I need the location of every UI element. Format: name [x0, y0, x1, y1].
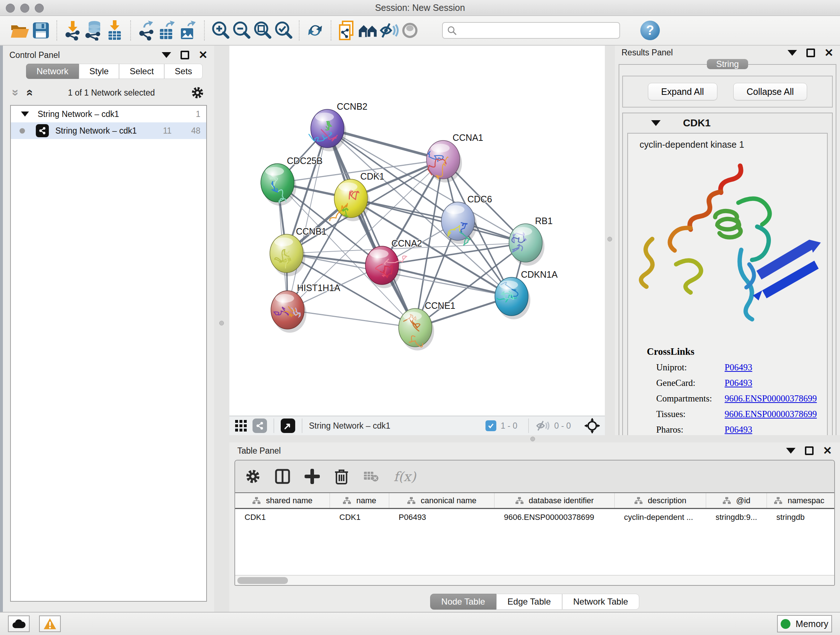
cell-name[interactable]: CDK1: [330, 509, 389, 526]
close-window-icon[interactable]: [6, 4, 15, 13]
show-columns-icon[interactable]: [275, 469, 290, 484]
cell-namespace[interactable]: stringdb: [767, 509, 831, 526]
tab-select[interactable]: Select: [119, 64, 164, 79]
apply-layout-button[interactable]: [305, 19, 325, 41]
tab-network[interactable]: Network: [26, 64, 79, 79]
network-node-CDKN1A[interactable]: CDKN1A: [495, 269, 558, 319]
network-collection-row[interactable]: String Network – cdk1 1: [11, 106, 206, 122]
network-row[interactable]: String Network – cdk1 11 48: [11, 122, 206, 139]
column-header[interactable]: database identifier: [494, 493, 615, 508]
network-node-HIST1H1A[interactable]: HIST1H1A: [271, 283, 340, 333]
column-header[interactable]: description: [615, 493, 706, 508]
tab-style[interactable]: Style: [79, 64, 119, 79]
grid-view-icon[interactable]: [234, 419, 248, 432]
float-panel-icon[interactable]: [788, 50, 797, 56]
export-network-button[interactable]: [136, 19, 157, 41]
network-node-CDC25B[interactable]: CDC25B: [261, 156, 323, 206]
column-header[interactable]: namespac: [767, 493, 831, 508]
hidden-eye-icon[interactable]: [535, 420, 550, 432]
crosslink-pharos-link[interactable]: P06493: [725, 424, 752, 435]
left-splitter[interactable]: [214, 46, 229, 612]
memory-button[interactable]: Memory: [777, 615, 832, 632]
cell-description[interactable]: cyclin-dependent ...: [615, 509, 706, 526]
splitter-grip[interactable]: [607, 237, 612, 241]
zoom-in-button[interactable]: [210, 19, 231, 41]
scrollbar-thumb[interactable]: [237, 577, 288, 584]
new-network-from-selection-button[interactable]: [336, 19, 357, 41]
expand-all-icon[interactable]: »: [25, 89, 32, 96]
float-panel-icon[interactable]: [786, 448, 796, 454]
zoom-selected-button[interactable]: [273, 19, 294, 41]
maximize-panel-icon[interactable]: [806, 49, 815, 57]
tab-sets[interactable]: Sets: [164, 64, 202, 79]
open-in-window-icon[interactable]: [281, 418, 295, 433]
table-horizontal-scrollbar[interactable]: [235, 575, 834, 585]
crosslink-uniprot-link[interactable]: P06493: [725, 363, 752, 372]
delete-table-icon[interactable]: [363, 470, 379, 483]
cloud-status-button[interactable]: [8, 616, 30, 632]
network-node-CCNB2[interactable]: CCNB2: [309, 101, 368, 151]
collapse-caret-icon[interactable]: [21, 111, 29, 117]
export-image-button[interactable]: [178, 19, 199, 41]
save-session-button[interactable]: [30, 19, 51, 41]
export-table-button[interactable]: [157, 19, 178, 41]
splitter-grip[interactable]: [531, 437, 535, 441]
search-input[interactable]: [456, 25, 615, 35]
delete-column-icon[interactable]: [334, 469, 349, 485]
close-panel-icon[interactable]: ✕: [824, 49, 834, 57]
gear-icon[interactable]: [191, 86, 204, 99]
collapse-all-button[interactable]: Collapse All: [733, 83, 807, 100]
birdseye-toggle-icon[interactable]: [584, 418, 600, 433]
column-header[interactable]: @id: [706, 493, 767, 508]
tab-network-table[interactable]: Network Table: [562, 594, 639, 610]
network-canvas[interactable]: CCNB2CCNA1CDC25BCDK1CDC6RB1CCNB1CCNA2CDK…: [229, 46, 605, 416]
column-header[interactable]: name: [330, 493, 389, 508]
import-network-database-button[interactable]: [83, 19, 104, 41]
crosslink-genecard-link[interactable]: P06493: [725, 378, 752, 388]
maximize-panel-icon[interactable]: [805, 447, 813, 455]
maximize-panel-icon[interactable]: [180, 51, 189, 59]
traffic-lights[interactable]: [6, 4, 44, 13]
zoom-out-button[interactable]: [231, 19, 252, 41]
network-share-icon[interactable]: [253, 418, 267, 433]
column-header[interactable]: shared name: [235, 493, 330, 508]
table-row[interactable]: CDK1 CDK1 P06493 9606.ENSP00000378699 cy…: [235, 509, 834, 526]
tab-node-table[interactable]: Node Table: [430, 594, 496, 610]
float-panel-icon[interactable]: [162, 52, 171, 58]
crosslink-compartments-link[interactable]: 9606.ENSP00000378699: [725, 394, 817, 404]
minimize-window-icon[interactable]: [20, 4, 29, 13]
add-column-icon[interactable]: [305, 469, 320, 484]
tab-edge-table[interactable]: Edge Table: [496, 594, 562, 610]
selected-checkbox-icon[interactable]: [485, 420, 496, 431]
help-button[interactable]: ?: [640, 21, 660, 40]
open-session-button[interactable]: [9, 19, 30, 41]
collapse-caret-icon[interactable]: [651, 120, 660, 126]
network-node-CCNA1[interactable]: CCNA1: [426, 133, 483, 182]
import-network-file-button[interactable]: [62, 19, 83, 41]
cell-id[interactable]: stringdb:9...: [706, 509, 767, 526]
first-neighbors-button[interactable]: [357, 19, 378, 41]
show-all-button[interactable]: [399, 19, 420, 41]
warnings-button[interactable]: [39, 616, 61, 632]
tab-string[interactable]: String: [707, 59, 748, 69]
function-builder-icon[interactable]: f(x): [393, 469, 416, 484]
crosslink-tissues-link[interactable]: 9606.ENSP00000378699: [725, 409, 817, 419]
network-node-CCNB1[interactable]: CCNB1: [270, 226, 327, 276]
cell-database-identifier[interactable]: 9606.ENSP00000378699: [494, 509, 615, 526]
expand-all-button[interactable]: Expand All: [648, 83, 717, 100]
zoom-fit-button[interactable]: [252, 19, 273, 41]
column-header[interactable]: canonical name: [389, 493, 494, 508]
table-gear-icon[interactable]: [245, 469, 261, 484]
network-node-RB1[interactable]: RB1: [509, 216, 553, 266]
right-splitter[interactable]: [605, 46, 615, 435]
search-box[interactable]: [442, 22, 620, 39]
zoom-window-icon[interactable]: [35, 4, 44, 13]
splitter-grip[interactable]: [219, 321, 224, 325]
cell-canonical-name[interactable]: P06493: [389, 509, 494, 526]
collapse-all-icon[interactable]: »: [13, 89, 20, 96]
import-table-button[interactable]: [104, 19, 125, 41]
cell-shared-name[interactable]: CDK1: [235, 509, 330, 526]
horizontal-splitter[interactable]: [229, 435, 840, 442]
close-panel-icon[interactable]: ✕: [199, 51, 208, 59]
close-panel-icon[interactable]: ✕: [823, 447, 832, 455]
